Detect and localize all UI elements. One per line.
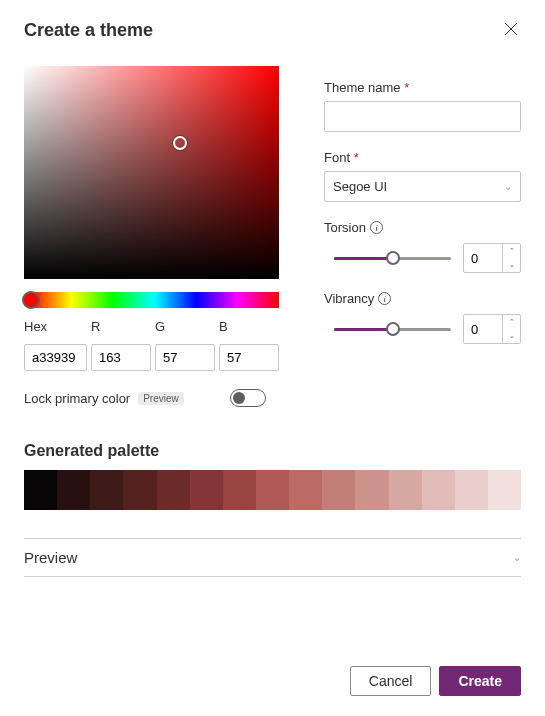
vibrancy-spinner: ⌃ ⌄ <box>463 314 521 344</box>
info-icon[interactable]: i <box>370 221 383 234</box>
dialog-title: Create a theme <box>24 20 153 41</box>
theme-name-label: Theme name * <box>324 80 521 95</box>
info-icon[interactable]: i <box>378 292 391 305</box>
torsion-spinner: ⌃ ⌄ <box>463 243 521 273</box>
lock-primary-label: Lock primary color <box>24 391 130 406</box>
generated-palette <box>24 470 521 510</box>
vibrancy-spin-up[interactable]: ⌃ <box>503 315 520 329</box>
palette-swatch <box>24 470 57 510</box>
torsion-slider-handle[interactable] <box>386 251 400 265</box>
vibrancy-slider[interactable] <box>334 322 451 336</box>
palette-swatch <box>488 470 521 510</box>
palette-swatch <box>90 470 123 510</box>
palette-swatch <box>57 470 90 510</box>
torsion-spin-down[interactable]: ⌄ <box>503 258 520 272</box>
palette-swatch <box>422 470 455 510</box>
b-input[interactable] <box>219 344 279 371</box>
vibrancy-label: Vibrancy i <box>324 291 521 306</box>
theme-settings: Theme name * Font * Segoe UI ⌄ Torsion <box>324 66 521 407</box>
g-input[interactable] <box>155 344 215 371</box>
create-button[interactable]: Create <box>439 666 521 696</box>
palette-swatch <box>389 470 422 510</box>
create-theme-dialog: Create a theme Hex R G B <box>0 0 545 597</box>
palette-swatch <box>322 470 355 510</box>
hue-slider[interactable] <box>30 292 279 308</box>
font-label: Font * <box>324 150 521 165</box>
preview-badge: Preview <box>138 392 184 405</box>
palette-swatch <box>256 470 289 510</box>
toggle-knob <box>233 392 245 404</box>
close-button[interactable] <box>501 22 521 40</box>
vibrancy-slider-handle[interactable] <box>386 322 400 336</box>
dialog-header: Create a theme <box>24 20 521 41</box>
hex-label: Hex <box>24 319 87 334</box>
font-selected-value: Segoe UI <box>333 179 387 194</box>
g-label: G <box>155 319 215 334</box>
hex-input[interactable] <box>24 344 87 371</box>
saturation-value-area[interactable] <box>24 66 279 279</box>
dialog-footer: Cancel Create <box>350 666 521 696</box>
torsion-spin-up[interactable]: ⌃ <box>503 244 520 258</box>
generated-palette-title: Generated palette <box>24 442 521 460</box>
saturation-value-handle[interactable] <box>173 136 187 150</box>
palette-swatch <box>355 470 388 510</box>
preview-title: Preview <box>24 549 77 566</box>
chevron-down-icon: ⌄ <box>513 552 521 563</box>
palette-swatch <box>123 470 156 510</box>
palette-swatch <box>289 470 322 510</box>
preview-expander[interactable]: Preview ⌄ <box>24 538 521 577</box>
palette-swatch <box>190 470 223 510</box>
torsion-value-input[interactable] <box>464 244 502 272</box>
color-picker: Hex R G B Lock primary color Preview <box>24 66 279 407</box>
r-label: R <box>91 319 151 334</box>
torsion-slider[interactable] <box>334 251 451 265</box>
theme-name-input[interactable] <box>324 101 521 132</box>
close-icon <box>504 22 518 36</box>
b-label: B <box>219 319 279 334</box>
cancel-button[interactable]: Cancel <box>350 666 432 696</box>
vibrancy-spin-down[interactable]: ⌄ <box>503 329 520 343</box>
lock-primary-toggle[interactable] <box>230 389 266 407</box>
hue-handle[interactable] <box>22 291 40 309</box>
palette-swatch <box>157 470 190 510</box>
chevron-down-icon: ⌄ <box>504 181 512 192</box>
palette-swatch <box>455 470 488 510</box>
torsion-label: Torsion i <box>324 220 521 235</box>
vibrancy-value-input[interactable] <box>464 315 502 343</box>
font-select[interactable]: Segoe UI ⌄ <box>324 171 521 202</box>
r-input[interactable] <box>91 344 151 371</box>
palette-swatch <box>223 470 256 510</box>
